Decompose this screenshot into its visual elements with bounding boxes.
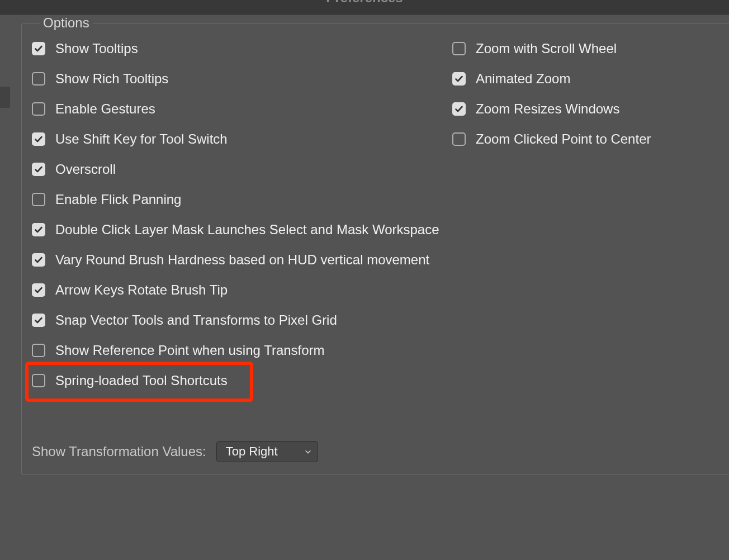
checkbox-row[interactable]: Show Tooltips [32, 41, 452, 56]
checkbox[interactable] [452, 132, 466, 146]
options-legend: Options [40, 15, 93, 31]
checkbox[interactable] [32, 42, 45, 55]
checkbox[interactable] [452, 42, 466, 55]
options-panel: Options Show TooltipsShow Rich TooltipsE… [21, 23, 729, 475]
checkbox-label: Zoom with Scroll Wheel [476, 41, 617, 56]
checkbox-label: Enable Flick Panning [55, 192, 181, 207]
checkbox-label: Spring-loaded Tool Shortcuts [55, 373, 228, 388]
checkbox-row[interactable]: Show Rich Tooltips [32, 71, 452, 87]
options-column-left: Show TooltipsShow Rich TooltipsEnable Ge… [32, 41, 452, 474]
checkbox[interactable] [32, 344, 45, 357]
checkbox-row[interactable]: Zoom Clicked Point to Center [452, 131, 719, 147]
transformation-row: Show Transformation Values: Top Right [32, 441, 318, 462]
checkbox-label: Vary Round Brush Hardness based on HUD v… [55, 252, 429, 268]
checkbox[interactable] [32, 314, 45, 327]
checkbox[interactable] [452, 102, 466, 116]
checkbox-row[interactable]: Enable Flick Panning [32, 192, 452, 207]
checkbox[interactable] [452, 72, 466, 86]
checkbox-label: Show Tooltips [55, 41, 138, 56]
checkbox-row[interactable]: Show Reference Point when using Transfor… [32, 343, 452, 358]
checkbox[interactable] [32, 132, 45, 146]
window-title: Preferences [326, 0, 403, 6]
checkbox[interactable] [32, 253, 45, 267]
checkbox[interactable] [32, 72, 45, 86]
transformation-label: Show Transformation Values: [32, 444, 206, 459]
checkbox-label: Show Rich Tooltips [55, 71, 168, 87]
checkbox-row[interactable]: Use Shift Key for Tool Switch [32, 131, 452, 147]
checkbox-row[interactable]: Vary Round Brush Hardness based on HUD v… [32, 252, 452, 268]
checkbox-row[interactable]: Enable Gestures [32, 101, 452, 117]
checkbox[interactable] [32, 193, 45, 206]
checkbox[interactable] [32, 283, 45, 297]
checkbox-row[interactable]: Spring-loaded Tool Shortcuts [32, 373, 452, 388]
checkbox-label: Enable Gestures [55, 101, 155, 117]
transformation-dropdown-value: Top Right [226, 444, 278, 459]
checkbox-label: Snap Vector Tools and Transforms to Pixe… [55, 312, 337, 328]
checkbox-label: Animated Zoom [476, 71, 570, 87]
sidebar-stub [0, 87, 10, 108]
checkbox[interactable] [32, 374, 45, 387]
checkbox-label: Zoom Clicked Point to Center [476, 131, 651, 147]
checkbox-row[interactable]: Snap Vector Tools and Transforms to Pixe… [32, 312, 452, 328]
checkbox-label: Zoom Resizes Windows [476, 101, 619, 117]
checkbox-label: Double Click Layer Mask Launches Select … [55, 222, 439, 238]
checkbox-row[interactable]: Arrow Keys Rotate Brush Tip [32, 282, 452, 298]
options-column-right: Zoom with Scroll WheelAnimated ZoomZoom … [452, 41, 719, 474]
checkbox-label: Arrow Keys Rotate Brush Tip [55, 282, 228, 298]
checkbox-label: Overscroll [55, 162, 116, 177]
checkbox-label: Show Reference Point when using Transfor… [55, 343, 325, 358]
checkbox[interactable] [32, 223, 45, 236]
checkbox-row[interactable]: Zoom Resizes Windows [452, 101, 719, 117]
window-title-bar: Preferences [0, 0, 729, 15]
chevron-down-icon [304, 448, 312, 455]
transformation-dropdown[interactable]: Top Right [216, 441, 318, 462]
checkbox-row[interactable]: Animated Zoom [452, 71, 719, 87]
checkbox-row[interactable]: Zoom with Scroll Wheel [452, 41, 719, 56]
checkbox-row[interactable]: Double Click Layer Mask Launches Select … [32, 222, 452, 238]
checkbox[interactable] [32, 163, 45, 176]
checkbox-label: Use Shift Key for Tool Switch [55, 131, 228, 147]
checkbox-row[interactable]: Overscroll [32, 162, 452, 177]
checkbox[interactable] [32, 102, 45, 116]
